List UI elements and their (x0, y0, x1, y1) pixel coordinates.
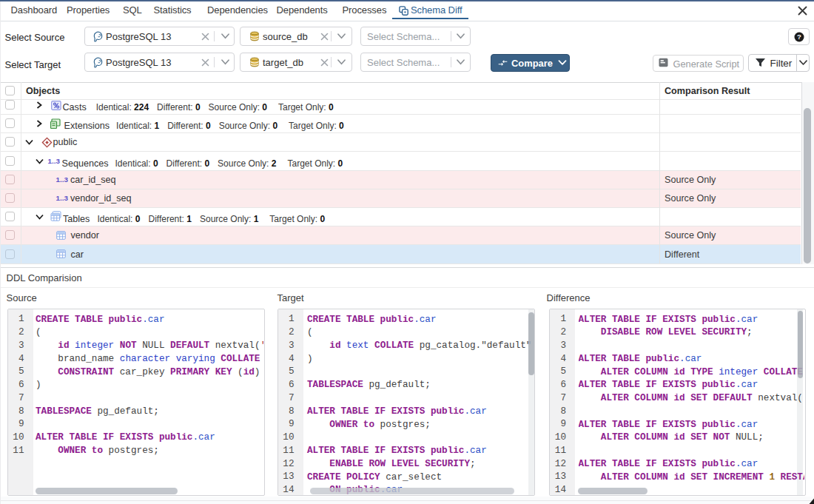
svg-text:?: ? (797, 33, 801, 41)
